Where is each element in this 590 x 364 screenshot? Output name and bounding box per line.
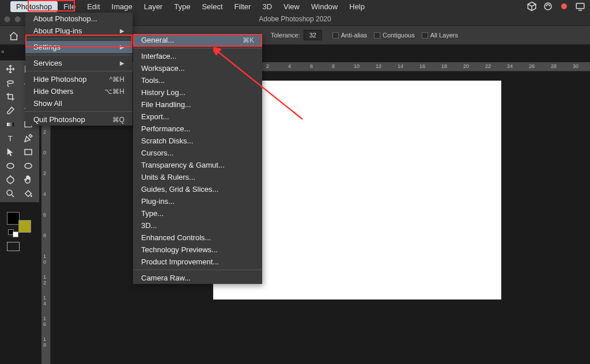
all-layers-checkbox[interactable]: All Layers <box>422 32 458 39</box>
ruler-h-tick: 16 <box>419 63 425 69</box>
menu-view[interactable]: View <box>278 1 305 12</box>
ruler-h-tick: 10 <box>354 63 360 69</box>
close-window-dot[interactable] <box>4 16 10 22</box>
settings-menu-item-history-log[interactable]: History Log... <box>133 86 262 98</box>
tolerance-input[interactable] <box>304 30 322 40</box>
photoshop-menu-item-services[interactable]: Services▶ <box>25 57 133 69</box>
menu-item-label: Show All <box>33 99 62 108</box>
settings-menu-item-product-improvement[interactable]: Product Improvement... <box>133 256 262 268</box>
cube-icon[interactable] <box>527 2 537 10</box>
menu-item-label: Quit Photoshop <box>33 115 85 124</box>
settings-menu-item-workspace[interactable]: Workspace... <box>133 62 262 74</box>
foreground-color-swatch[interactable] <box>7 212 20 225</box>
menu-window[interactable]: Window <box>305 1 343 12</box>
settings-submenu-dropdown: General...⌘KInterface...Workspace...Tool… <box>133 34 262 284</box>
antialias-checkbox[interactable]: Anti-alias <box>332 32 367 39</box>
cloud-sync-icon[interactable] <box>543 2 553 10</box>
window-title: Adobe Photoshop 2020 <box>259 15 331 23</box>
color-swatches <box>2 212 37 238</box>
settings-menu-item-tools[interactable]: Tools... <box>133 74 262 86</box>
settings-menu-item-transparency-gamut[interactable]: Transparency & Gamut... <box>133 159 262 171</box>
minimize-window-dot[interactable] <box>14 16 21 22</box>
settings-menu-item-scratch-disks[interactable]: Scratch Disks... <box>133 135 262 147</box>
system-menubar: PhotoshopFileEditImageLayerTypeSelectFil… <box>0 0 590 13</box>
ruler-h-tick: 18 <box>441 63 447 69</box>
menu-item-label: Hide Photoshop <box>33 75 87 84</box>
settings-menu-item-technology-previews[interactable]: Technology Previews... <box>133 244 262 256</box>
screen-mode-button[interactable] <box>7 242 20 251</box>
menu-separator <box>25 111 133 112</box>
tool-rectangle-shape[interactable] <box>20 146 36 158</box>
submenu-arrow-icon: ▶ <box>120 60 124 66</box>
photoshop-menu-item-settings[interactable]: Settings▶ <box>25 41 133 53</box>
menu-filter[interactable]: Filter <box>229 1 257 12</box>
tool-paint-bucket[interactable] <box>20 187 36 200</box>
tool-type[interactable]: T <box>2 132 18 145</box>
settings-menu-item-camera-raw[interactable]: Camera Raw... <box>133 272 262 284</box>
settings-menu-item-plug-ins[interactable]: Plug-ins... <box>133 195 262 207</box>
menu-item-label: Tools... <box>141 76 165 85</box>
menu-help[interactable]: Help <box>343 1 370 12</box>
settings-menu-item-cursors[interactable]: Cursors... <box>133 147 262 159</box>
tool-zoom[interactable] <box>2 187 18 200</box>
ruler-h-tick: 14 <box>398 63 403 69</box>
ruler-v-tick: 1 6 <box>43 316 50 327</box>
tool-ellipse-shape[interactable] <box>20 160 36 172</box>
ruler-v-tick: 0 <box>43 150 46 156</box>
settings-menu-item-d[interactable]: 3D... <box>133 219 262 232</box>
display-icon[interactable] <box>575 2 585 10</box>
settings-menu-item-export[interactable]: Export... <box>133 111 262 123</box>
settings-menu-item-file-handling[interactable]: File Handling... <box>133 98 262 111</box>
tool-crop[interactable] <box>2 90 18 103</box>
settings-menu-item-units-rulers[interactable]: Units & Rulers... <box>133 171 262 183</box>
menu-item-label: Technology Previews... <box>141 245 218 254</box>
background-color-swatch[interactable] <box>18 220 31 233</box>
settings-menu-item-enhanced-controls[interactable]: Enhanced Controls... <box>133 232 262 244</box>
photoshop-menu-item-about-photoshop[interactable]: About Photoshop... <box>25 13 133 25</box>
svg-point-10 <box>7 190 12 195</box>
ruler-h-tick: 28 <box>551 63 557 69</box>
tool-brush[interactable] <box>2 104 18 117</box>
tool-gradient[interactable] <box>2 118 18 131</box>
menu-item-label: File Handling... <box>141 100 191 109</box>
ruler-v-tick: 8 <box>43 233 46 238</box>
settings-menu-item-guides-grid-slices[interactable]: Guides, Grid & Slices... <box>133 183 262 195</box>
settings-menu-item-performance[interactable]: Performance... <box>133 123 262 135</box>
collapse-tab-icon[interactable]: « <box>1 48 5 55</box>
ruler-v-tick: 2 <box>43 129 46 135</box>
photoshop-menu-item-about-plug-ins[interactable]: About Plug-ins▶ <box>25 25 133 37</box>
settings-menu-item-type[interactable]: Type... <box>133 207 262 219</box>
photoshop-menu-item-show-all[interactable]: Show All <box>25 97 133 109</box>
menu-file[interactable]: File <box>58 1 81 12</box>
shortcut-label: ⌥⌘H <box>104 88 124 96</box>
tool-move[interactable] <box>2 63 18 75</box>
menu-item-label: 3D... <box>141 221 157 230</box>
menu-photoshop[interactable]: Photoshop <box>10 1 58 12</box>
ruler-h-tick: 30 <box>573 63 578 69</box>
menu-layer[interactable]: Layer <box>138 1 169 12</box>
contiguous-checkbox[interactable]: Contiguous <box>374 32 415 39</box>
menu-type[interactable]: Type <box>168 1 196 12</box>
tool-lasso[interactable] <box>2 77 18 89</box>
menu-item-label: About Photoshop... <box>33 14 97 23</box>
settings-menu-item-general[interactable]: General...⌘K <box>133 34 262 46</box>
tool-custom-shape[interactable] <box>2 173 18 186</box>
menu-edit[interactable]: Edit <box>81 1 105 12</box>
photoshop-menu-item-hide-photoshop[interactable]: Hide Photoshop^⌘H <box>25 73 133 85</box>
photoshop-menu-item-quit-photoshop[interactable]: Quit Photoshop⌘Q <box>25 113 133 126</box>
tool-pen[interactable] <box>20 132 36 145</box>
ruler-h-tick: 12 <box>376 63 381 69</box>
menu-item-label: Workspace... <box>141 64 185 73</box>
menu-item-label: Settings <box>33 43 60 51</box>
menu-select[interactable]: Select <box>196 1 228 12</box>
settings-menu-item-interface[interactable]: Interface... <box>133 50 262 62</box>
tool-hand[interactable] <box>20 173 36 186</box>
tool-path-select[interactable] <box>2 146 18 158</box>
ruler-h-tick: 22 <box>485 63 491 69</box>
photoshop-menu-item-hide-others[interactable]: Hide Others⌥⌘H <box>25 85 133 97</box>
menu-image[interactable]: Image <box>106 1 138 12</box>
home-button[interactable] <box>8 31 20 43</box>
photoshop-menu-dropdown: About Photoshop...About Plug-ins▶Setting… <box>25 13 133 126</box>
menu-3d[interactable]: 3D <box>256 1 278 12</box>
tool-ellipse[interactable] <box>2 160 18 172</box>
